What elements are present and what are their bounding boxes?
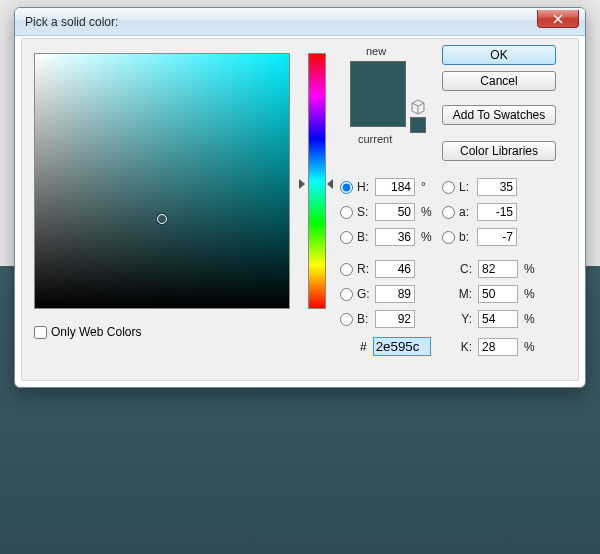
window-title: Pick a solid color: xyxy=(25,15,118,29)
color-field[interactable] xyxy=(34,53,290,309)
radio-r[interactable] xyxy=(340,263,353,276)
unit-m: % xyxy=(524,287,538,301)
radio-b-hsb[interactable] xyxy=(340,231,353,244)
input-s[interactable] xyxy=(375,203,415,221)
label-s: S: xyxy=(357,205,375,219)
color-marker-icon[interactable] xyxy=(157,214,167,224)
input-g[interactable] xyxy=(375,285,415,303)
input-h[interactable] xyxy=(375,178,415,196)
close-button[interactable] xyxy=(537,10,579,28)
radio-b-lab[interactable] xyxy=(442,231,455,244)
row-h: H: ° xyxy=(340,177,435,197)
input-y[interactable] xyxy=(478,310,518,328)
input-l[interactable] xyxy=(477,178,517,196)
label-k: K: xyxy=(452,340,472,354)
swatches-label: Add To Swatches xyxy=(453,108,546,122)
label-b-lab: b: xyxy=(459,230,477,244)
libraries-label: Color Libraries xyxy=(460,144,538,158)
unit-pct-s: % xyxy=(421,205,435,219)
close-icon xyxy=(553,14,563,24)
input-r[interactable] xyxy=(375,260,415,278)
hue-arrow-right-icon xyxy=(327,179,333,189)
label-new: new xyxy=(366,45,386,57)
titlebar[interactable]: Pick a solid color: xyxy=(15,8,585,36)
ok-button[interactable]: OK xyxy=(442,45,556,65)
radio-b-rgb[interactable] xyxy=(340,313,353,326)
color-libraries-button[interactable]: Color Libraries xyxy=(442,141,556,161)
preview-new-swatch xyxy=(351,62,405,94)
row-r: R: xyxy=(340,259,435,279)
row-b-lab: b: xyxy=(442,227,537,247)
label-y: Y: xyxy=(452,312,472,326)
preview-current-swatch xyxy=(351,94,405,126)
only-web-colors-row: Only Web Colors xyxy=(34,325,141,339)
row-c: C: % xyxy=(452,259,538,279)
only-web-colors-checkbox[interactable] xyxy=(34,326,47,339)
radio-l[interactable] xyxy=(442,181,455,194)
row-bc: B: xyxy=(340,309,435,329)
ok-label: OK xyxy=(490,48,507,62)
input-k[interactable] xyxy=(478,338,518,356)
client-area: new current OK Cancel Add To Swatches Co… xyxy=(21,38,579,381)
input-hex[interactable] xyxy=(373,337,431,356)
row-hex: # xyxy=(360,337,431,356)
hue-slider[interactable] xyxy=(308,53,326,309)
label-l: L: xyxy=(459,180,477,194)
input-m[interactable] xyxy=(478,285,518,303)
label-g: G: xyxy=(357,287,375,301)
color-picker-window: Pick a solid color: new current OK Cance… xyxy=(14,7,586,388)
add-to-swatches-button[interactable]: Add To Swatches xyxy=(442,105,556,125)
label-c: C: xyxy=(452,262,472,276)
only-web-colors-label: Only Web Colors xyxy=(51,325,141,339)
input-b-rgb[interactable] xyxy=(375,310,415,328)
input-b-hsb[interactable] xyxy=(375,228,415,246)
input-c[interactable] xyxy=(478,260,518,278)
row-a: a: xyxy=(442,202,537,222)
label-m: M: xyxy=(452,287,472,301)
cancel-button[interactable]: Cancel xyxy=(442,71,556,91)
row-s: S: % xyxy=(340,202,435,222)
radio-s[interactable] xyxy=(340,206,353,219)
label-r: R: xyxy=(357,262,375,276)
row-m: M: % xyxy=(452,284,538,304)
radio-a[interactable] xyxy=(442,206,455,219)
label-hash: # xyxy=(360,340,367,354)
label-h: H: xyxy=(357,180,375,194)
unit-deg: ° xyxy=(421,180,435,194)
label-b-rgb: B: xyxy=(357,312,375,326)
unit-pct-b: % xyxy=(421,230,435,244)
row-g: G: xyxy=(340,284,435,304)
input-b-lab[interactable] xyxy=(477,228,517,246)
unit-c: % xyxy=(524,262,538,276)
radio-h[interactable] xyxy=(340,181,353,194)
row-bv: B: % xyxy=(340,227,435,247)
input-a[interactable] xyxy=(477,203,517,221)
gamut-swatch[interactable] xyxy=(410,117,426,133)
unit-y: % xyxy=(524,312,538,326)
hue-arrow-left-icon xyxy=(299,179,305,189)
color-preview xyxy=(350,61,406,127)
row-y: Y: % xyxy=(452,309,538,329)
unit-k: % xyxy=(524,340,538,354)
radio-g[interactable] xyxy=(340,288,353,301)
label-b-hsb: B: xyxy=(357,230,375,244)
cube-icon[interactable] xyxy=(410,99,426,115)
label-current: current xyxy=(358,133,392,145)
row-k: K: % xyxy=(452,337,538,357)
label-a: a: xyxy=(459,205,477,219)
cancel-label: Cancel xyxy=(480,74,517,88)
row-l: L: xyxy=(442,177,537,197)
